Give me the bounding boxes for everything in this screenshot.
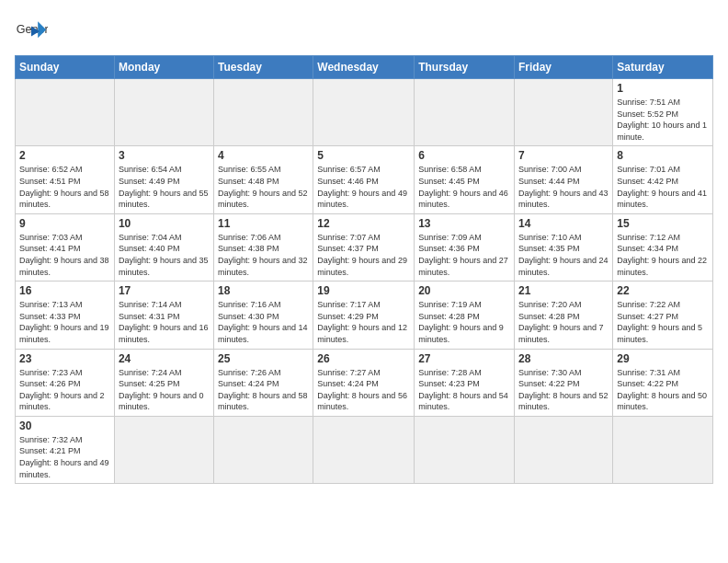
week-row-2: 9Sunrise: 7:03 AM Sunset: 4:41 PM Daylig… (16, 213, 713, 281)
page: General SundayMondayTuesdayWednesdayThur… (0, 0, 728, 493)
day-cell (114, 79, 213, 146)
day-number: 22 (617, 284, 709, 297)
weekday-header-sunday: Sunday (16, 56, 115, 79)
weekday-header-wednesday: Wednesday (313, 56, 415, 79)
day-cell: 25Sunrise: 7:26 AM Sunset: 4:24 PM Dayli… (214, 349, 313, 416)
day-info: Sunrise: 7:12 AM Sunset: 4:34 PM Dayligh… (617, 232, 709, 278)
day-info: Sunrise: 7:27 AM Sunset: 4:24 PM Dayligh… (317, 367, 410, 413)
day-number: 21 (518, 284, 609, 297)
day-info: Sunrise: 7:16 AM Sunset: 4:30 PM Dayligh… (218, 299, 309, 345)
day-cell (313, 416, 415, 483)
day-info: Sunrise: 7:10 AM Sunset: 4:35 PM Dayligh… (518, 232, 609, 278)
day-cell: 15Sunrise: 7:12 AM Sunset: 4:34 PM Dayli… (613, 213, 713, 281)
day-cell: 5Sunrise: 6:57 AM Sunset: 4:46 PM Daylig… (313, 146, 415, 213)
day-cell (613, 416, 713, 483)
day-cell: 26Sunrise: 7:27 AM Sunset: 4:24 PM Dayli… (313, 349, 415, 416)
day-info: Sunrise: 7:22 AM Sunset: 4:27 PM Dayligh… (617, 299, 709, 345)
day-cell: 4Sunrise: 6:55 AM Sunset: 4:48 PM Daylig… (214, 146, 313, 213)
calendar: SundayMondayTuesdayWednesdayThursdayFrid… (15, 55, 713, 484)
day-info: Sunrise: 7:30 AM Sunset: 4:22 PM Dayligh… (518, 367, 609, 413)
day-number: 12 (317, 217, 410, 230)
day-number: 17 (119, 284, 210, 297)
day-number: 5 (317, 149, 410, 162)
day-info: Sunrise: 7:51 AM Sunset: 5:52 PM Dayligh… (617, 97, 709, 143)
day-number: 2 (19, 149, 110, 162)
day-cell: 11Sunrise: 7:06 AM Sunset: 4:38 PM Dayli… (214, 213, 313, 281)
day-cell (214, 79, 313, 146)
day-cell: 23Sunrise: 7:23 AM Sunset: 4:26 PM Dayli… (16, 349, 115, 416)
day-cell (16, 79, 115, 146)
day-info: Sunrise: 6:58 AM Sunset: 4:45 PM Dayligh… (418, 164, 510, 210)
week-row-3: 16Sunrise: 7:13 AM Sunset: 4:33 PM Dayli… (16, 282, 713, 349)
day-info: Sunrise: 7:03 AM Sunset: 4:41 PM Dayligh… (19, 232, 110, 278)
day-number: 28 (518, 352, 609, 365)
day-info: Sunrise: 7:17 AM Sunset: 4:29 PM Dayligh… (317, 299, 410, 345)
day-cell: 13Sunrise: 7:09 AM Sunset: 4:36 PM Dayli… (415, 213, 515, 281)
day-number: 10 (119, 217, 210, 230)
day-number: 14 (518, 217, 609, 230)
day-cell: 21Sunrise: 7:20 AM Sunset: 4:28 PM Dayli… (515, 282, 613, 349)
day-info: Sunrise: 7:09 AM Sunset: 4:36 PM Dayligh… (418, 232, 510, 278)
day-cell: 28Sunrise: 7:30 AM Sunset: 4:22 PM Dayli… (515, 349, 613, 416)
day-cell (214, 416, 313, 483)
day-number: 1 (617, 82, 709, 95)
weekday-header-row: SundayMondayTuesdayWednesdayThursdayFrid… (16, 56, 713, 79)
day-number: 13 (418, 217, 510, 230)
day-info: Sunrise: 7:28 AM Sunset: 4:23 PM Dayligh… (418, 367, 510, 413)
day-cell: 1Sunrise: 7:51 AM Sunset: 5:52 PM Daylig… (613, 79, 713, 146)
week-row-4: 23Sunrise: 7:23 AM Sunset: 4:26 PM Dayli… (16, 349, 713, 416)
day-cell (114, 416, 213, 483)
day-cell: 6Sunrise: 6:58 AM Sunset: 4:45 PM Daylig… (415, 146, 515, 213)
day-info: Sunrise: 7:14 AM Sunset: 4:31 PM Dayligh… (119, 299, 210, 345)
day-cell: 27Sunrise: 7:28 AM Sunset: 4:23 PM Dayli… (415, 349, 515, 416)
day-info: Sunrise: 7:04 AM Sunset: 4:40 PM Dayligh… (119, 232, 210, 278)
day-cell (515, 416, 613, 483)
day-cell (313, 79, 415, 146)
day-cell: 3Sunrise: 6:54 AM Sunset: 4:49 PM Daylig… (114, 146, 213, 213)
day-cell: 22Sunrise: 7:22 AM Sunset: 4:27 PM Dayli… (613, 282, 713, 349)
day-number: 24 (119, 352, 210, 365)
header: General (15, 15, 713, 48)
day-info: Sunrise: 6:54 AM Sunset: 4:49 PM Dayligh… (119, 164, 210, 210)
day-cell: 14Sunrise: 7:10 AM Sunset: 4:35 PM Dayli… (515, 213, 613, 281)
day-info: Sunrise: 7:00 AM Sunset: 4:44 PM Dayligh… (518, 164, 609, 210)
weekday-header-friday: Friday (515, 56, 613, 79)
logo: General (15, 15, 51, 48)
day-info: Sunrise: 6:52 AM Sunset: 4:51 PM Dayligh… (19, 164, 110, 210)
day-number: 7 (518, 149, 609, 162)
day-number: 23 (19, 352, 110, 365)
day-cell: 29Sunrise: 7:31 AM Sunset: 4:22 PM Dayli… (613, 349, 713, 416)
day-number: 20 (418, 284, 510, 297)
day-info: Sunrise: 7:23 AM Sunset: 4:26 PM Dayligh… (19, 367, 110, 413)
day-number: 3 (119, 149, 210, 162)
day-cell: 7Sunrise: 7:00 AM Sunset: 4:44 PM Daylig… (515, 146, 613, 213)
day-cell (415, 416, 515, 483)
day-cell: 19Sunrise: 7:17 AM Sunset: 4:29 PM Dayli… (313, 282, 415, 349)
day-number: 29 (617, 352, 709, 365)
day-number: 26 (317, 352, 410, 365)
weekday-header-saturday: Saturday (613, 56, 713, 79)
weekday-header-tuesday: Tuesday (214, 56, 313, 79)
week-row-1: 2Sunrise: 6:52 AM Sunset: 4:51 PM Daylig… (16, 146, 713, 213)
weekday-header-monday: Monday (114, 56, 213, 79)
day-cell: 30Sunrise: 7:32 AM Sunset: 4:21 PM Dayli… (16, 416, 115, 483)
day-number: 8 (617, 149, 709, 162)
day-cell (515, 79, 613, 146)
logo-icon: General (15, 15, 48, 48)
day-info: Sunrise: 6:55 AM Sunset: 4:48 PM Dayligh… (218, 164, 309, 210)
day-info: Sunrise: 6:57 AM Sunset: 4:46 PM Dayligh… (317, 164, 410, 210)
day-info: Sunrise: 7:24 AM Sunset: 4:25 PM Dayligh… (119, 367, 210, 413)
day-cell: 2Sunrise: 6:52 AM Sunset: 4:51 PM Daylig… (16, 146, 115, 213)
day-number: 15 (617, 217, 709, 230)
day-cell: 24Sunrise: 7:24 AM Sunset: 4:25 PM Dayli… (114, 349, 213, 416)
day-cell: 18Sunrise: 7:16 AM Sunset: 4:30 PM Dayli… (214, 282, 313, 349)
day-number: 9 (19, 217, 110, 230)
day-info: Sunrise: 7:06 AM Sunset: 4:38 PM Dayligh… (218, 232, 309, 278)
day-number: 6 (418, 149, 510, 162)
day-cell: 9Sunrise: 7:03 AM Sunset: 4:41 PM Daylig… (16, 213, 115, 281)
week-row-5: 30Sunrise: 7:32 AM Sunset: 4:21 PM Dayli… (16, 416, 713, 483)
day-info: Sunrise: 7:19 AM Sunset: 4:28 PM Dayligh… (418, 299, 510, 345)
weekday-header-thursday: Thursday (415, 56, 515, 79)
day-cell: 16Sunrise: 7:13 AM Sunset: 4:33 PM Dayli… (16, 282, 115, 349)
day-info: Sunrise: 7:31 AM Sunset: 4:22 PM Dayligh… (617, 367, 709, 413)
